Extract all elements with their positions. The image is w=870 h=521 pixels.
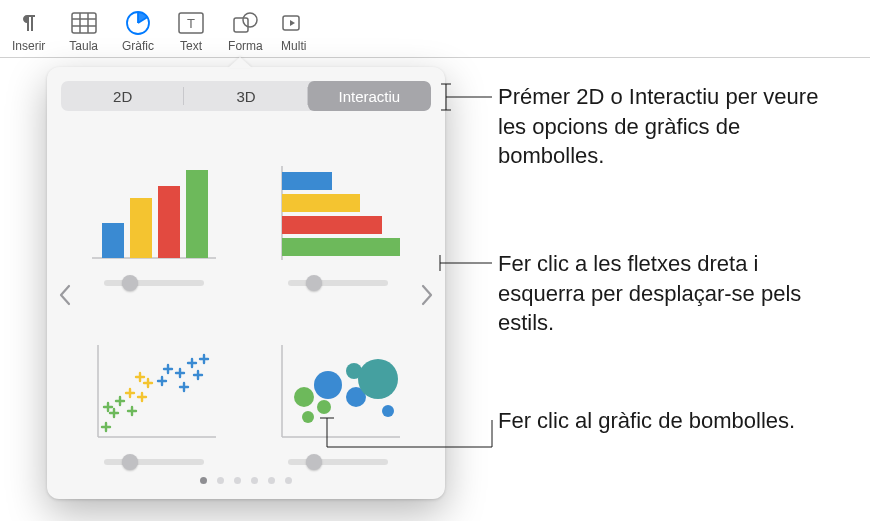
shape-icon — [232, 8, 258, 38]
page-dot[interactable] — [251, 477, 258, 484]
pie-chart-icon — [125, 8, 151, 38]
svg-point-11 — [243, 13, 257, 27]
svg-rect-17 — [158, 186, 180, 258]
style-slider[interactable] — [104, 459, 204, 465]
svg-rect-16 — [130, 198, 152, 258]
svg-rect-15 — [102, 223, 124, 258]
svg-point-66 — [358, 359, 398, 399]
table-icon — [71, 8, 97, 38]
tab-3d[interactable]: 3D — [184, 81, 307, 111]
callout-arrows: Fer clic a les fletxes dreta i esquerra … — [498, 249, 843, 338]
chart-type-segment: 2D 3D Interactiu — [61, 81, 431, 111]
toolbar-item-chart[interactable]: Gràfic — [110, 4, 166, 57]
svg-point-62 — [317, 400, 331, 414]
toolbar-item-table[interactable]: Taula — [57, 4, 110, 57]
style-slider[interactable] — [288, 459, 388, 465]
bubble-chart-tile[interactable] — [255, 304, 421, 465]
callout-tabs: Prémer 2D o Interactiu per veure les opc… — [498, 82, 843, 171]
toolbar-item-shape[interactable]: Forma — [216, 4, 275, 57]
svg-point-61 — [294, 387, 314, 407]
toolbar: Inserir Taula Gràfic T Text Forma Multi — [0, 0, 870, 58]
chart-style-grid — [61, 125, 431, 465]
tab-2d[interactable]: 2D — [61, 81, 184, 111]
svg-rect-20 — [282, 172, 332, 190]
toolbar-label: Taula — [69, 39, 98, 53]
svg-point-60 — [302, 411, 314, 423]
chart-picker-popover: 2D 3D Interactiu — [47, 67, 445, 499]
svg-point-63 — [314, 371, 342, 399]
svg-text:T: T — [187, 16, 195, 31]
page-dot[interactable] — [200, 477, 207, 484]
page-dot[interactable] — [285, 477, 292, 484]
tab-interactive[interactable]: Interactiu — [308, 81, 431, 111]
svg-rect-18 — [186, 170, 208, 258]
toolbar-label: Forma — [228, 39, 263, 53]
page-dot[interactable] — [217, 477, 224, 484]
page-indicator[interactable] — [61, 477, 431, 484]
style-slider[interactable] — [104, 280, 204, 286]
toolbar-label: Gràfic — [122, 39, 154, 53]
scatter-plot-tile[interactable] — [71, 304, 237, 465]
style-slider[interactable] — [288, 280, 388, 286]
svg-rect-21 — [282, 194, 360, 212]
toolbar-label: Multi — [281, 39, 306, 53]
next-style-arrow[interactable] — [415, 275, 439, 315]
page-dot[interactable] — [268, 477, 275, 484]
page-dot[interactable] — [234, 477, 241, 484]
toolbar-label: Inserir — [12, 39, 45, 53]
toolbar-item-media[interactable]: Multi — [275, 4, 313, 57]
media-icon — [281, 8, 307, 38]
column-chart-icon — [84, 158, 224, 268]
bar-chart-tile[interactable] — [255, 125, 421, 286]
pilcrow-icon — [17, 8, 41, 38]
svg-rect-23 — [282, 238, 400, 256]
callout-bubble-chart: Fer clic al gràfic de bombolles. — [498, 406, 843, 436]
column-chart-tile[interactable] — [71, 125, 237, 286]
scatter-plot-icon — [84, 337, 224, 447]
svg-marker-13 — [290, 20, 295, 26]
text-box-icon: T — [178, 8, 204, 38]
svg-rect-0 — [72, 13, 96, 33]
svg-point-67 — [382, 405, 394, 417]
toolbar-label: Text — [180, 39, 202, 53]
toolbar-item-text[interactable]: T Text — [166, 4, 216, 57]
prev-style-arrow[interactable] — [53, 275, 77, 315]
bubble-chart-icon — [268, 337, 408, 447]
toolbar-item-insert[interactable]: Inserir — [0, 4, 57, 57]
svg-rect-22 — [282, 216, 382, 234]
bar-chart-icon — [268, 158, 408, 268]
